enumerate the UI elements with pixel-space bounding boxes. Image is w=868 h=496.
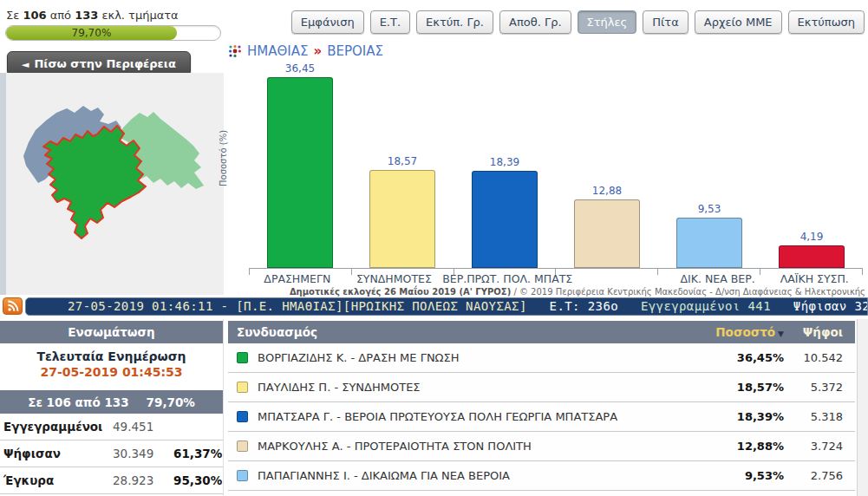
row-percent: 18,57% [687,381,784,394]
progress-total-count: 133 [75,9,98,22]
ticker-location-segment: 27-05-2019 01:46:11 - [Π.Ε. ΗΜΑΘΙΑΣ][ΗΡΩ… [68,299,527,313]
precincts-progress-label: Σε 106 από 133 εκλ. τμήματα [6,9,179,22]
toolbar: Εμφάνιση Ε.Τ. Εκτύπ. Γρ. Αποθ. Γρ. Στήλε… [291,10,865,34]
candidate-name: ΠΑΠΑΓΙΑΝΝΗΣ Ι. - ΔΙΚΑΙΩΜΑ ΓΙΑ ΝΕΑ ΒΕΡΟΙΑ [258,469,510,482]
column-header-votes[interactable]: Ψήφοι [784,325,855,339]
x-axis-label: ΔΡΑΣΗΜΕΓΝ [249,272,346,285]
et-button[interactable]: Ε.Τ. [370,10,410,34]
bar-value-label: 18,39 [490,156,519,168]
progress-completed-count: 106 [23,9,46,22]
chart-footnote-election: Δημοτικές εκλογές 26 Μαΐου 2019 (Α' ΓΥΡΟ… [290,287,511,297]
results-table-header: Συνδυασμός Ποσοστό▼ Ψήφοι [228,321,855,343]
bar-slot: 18,57 [351,62,454,268]
bar-value-label: 18,57 [388,155,417,167]
table-row[interactable]: ΠΑΠΑΓΙΑΝΝΗΣ Ι. - ΔΙΚΑΙΩΜΑ ΓΙΑ ΝΕΑ ΒΕΡΟΙΑ… [228,461,855,491]
candidate-name: ΒΟΡΓΙΑΖΙΔΗΣ Κ. - ΔΡΑΣΗ ΜΕ ΓΝΩΣΗ [258,351,460,364]
ticker-et-segment: Ε.Τ: 236ο [550,299,618,313]
last-update-label: Τελευταία Ενημέρωση [0,349,223,363]
table-row[interactable]: ΜΕΛΙΟΠΟΥΛΟΣ Β. - ΛΑΪΚΗ ΣΥΣΠΕΙΡΩΣΗ ΒΕΡΟΙΑ… [228,491,855,496]
municipality-map [6,73,224,295]
progress-bar: 79,70% [5,25,221,41]
completed-precincts-percent: 79,70% [147,395,195,409]
bar-proteraiotita-ston-politi[interactable] [574,199,640,268]
stat-label: Έγκυρα [3,473,113,487]
stat-percent: 61,37% [173,447,222,460]
ticker-voted-segment: Ψήφισαν 32 [793,299,868,313]
map-region-selected-veroia[interactable] [43,126,146,238]
x-axis-label: ΣΥΝΔΗΜΟΤΕΣ [346,272,443,285]
bar-laiki-syspeirosi[interactable] [779,245,845,268]
bar-slot: 9,53 [658,62,760,268]
progress-prefix: Σε [6,9,19,22]
bar-slot: 18,39 [454,62,556,268]
row-percent: 18,39% [687,410,784,423]
bar-slot: 4,19 [760,62,863,268]
row-votes: 5.372 [784,381,855,394]
print-button[interactable]: Εκτύπωση [788,10,865,34]
election-results-page: Σε 106 από 133 εκλ. τμήματα 79,70% Εμφάν… [0,0,868,496]
stat-row-voted: Ψήφισαν 30.349 61,37% [0,441,223,467]
completed-precincts-label: Σε 106 από 133 [28,395,128,409]
stat-value: 30.349 [113,447,173,460]
party-color-swatch [237,411,248,422]
breadcrumb-region[interactable]: ΗΜΑΘΙΑΣ [247,43,308,59]
candidate-name: ΜΠΑΤΣΑΡΑ Γ. - ΒΕΡΟΙΑ ΠΡΩΤΕΥΟΥΣΑ ΠΟΛΗ ΓΕΩ… [258,410,617,423]
row-votes: 2.756 [784,469,855,482]
breadcrumb-municipality: ΒΕΡΟΙΑΣ [327,43,383,59]
bar-syndimotes[interactable] [369,170,435,268]
table-scrollbar-track[interactable] [857,319,868,496]
print-chart-button[interactable]: Εκτύπ. Γρ. [416,10,493,34]
y-axis-label: Ποσοστό (%) [219,130,228,186]
map-svg [6,73,224,295]
bar-slot: 12,88 [556,62,658,268]
party-color-swatch [237,382,248,393]
column-header-combination[interactable]: Συνδυασμός [237,325,687,339]
stat-row-registered: Εγγεγραμμένοι 49.451 [0,414,223,441]
row-percent: 9,53% [687,469,784,482]
progress-fill: 79,70% [6,26,177,40]
stat-label: Ψήφισαν [3,447,113,460]
row-percent: 12,88% [687,440,784,453]
x-axis-label: ΒΕΡ.ΠΡΩΤ. ΠΟΛ. ΜΠΑΤΣ [442,272,572,285]
breadcrumb-separator: » [313,43,322,59]
media-archive-button[interactable]: Αρχείο ΜΜΕ [695,10,782,34]
stat-percent: 95,30% [173,473,222,487]
bar-value-label: 12,88 [592,185,622,197]
stat-value: 28.923 [113,473,173,487]
candidate-name: ΠΑΥΛΙΔΗΣ Π. - ΣΥΝΔΗΜΟΤΕΣ [258,381,421,394]
stat-row-valid: Έγκυρα 28.923 95,30% [0,467,223,494]
party-color-swatch [237,470,248,481]
column-header-percent[interactable]: Ποσοστό▼ [687,325,784,339]
columns-view-button[interactable]: Στήλες [578,10,637,34]
row-votes: 5.318 [784,410,855,423]
row-votes: 10.542 [784,351,855,364]
last-update-block: Τελευταία Ενημέρωση 27-05-2019 01:45:53 [0,343,223,390]
row-votes: 3.724 [784,440,855,453]
table-row[interactable]: ΒΟΡΓΙΑΖΙΔΗΣ Κ. - ΔΡΑΣΗ ΜΕ ΓΝΩΣΗ 36,45% 1… [228,343,855,373]
dots-logo-icon [228,44,242,58]
results-table: Συνδυασμός Ποσοστό▼ Ψήφοι ΒΟΡΓΙΑΖΙΔΗΣ Κ.… [228,319,855,496]
bar-drasi-me-gnosi[interactable] [267,77,333,268]
back-arrow-icon: ◄ [22,59,29,70]
party-color-swatch [237,441,248,452]
bar-veroia-protevousa[interactable] [472,171,538,268]
save-chart-button[interactable]: Αποθ. Γρ. [499,10,571,34]
table-row[interactable]: ΜΑΡΚΟΥΛΗΣ Α. - ΠΡΟΤΕΡΑΙΟΤΗΤΑ ΣΤΟΝ ΠΟΛΙΤΗ… [228,432,855,461]
table-row[interactable]: ΠΑΥΛΙΔΗΣ Π. - ΣΥΝΔΗΜΟΤΕΣ 18,57% 5.372 [228,373,855,402]
pie-view-button[interactable]: Πίτα [643,10,689,34]
sort-descending-icon: ▼ [778,330,784,338]
bar-dikaioma-gia-nea-veroia[interactable] [676,218,742,268]
bar-value-label: 36,45 [285,62,315,75]
party-color-swatch [237,352,248,363]
progress-of-word: από [50,9,71,22]
integration-panel: Ενσωμάτωση Τελευταία Ενημέρωση 27-05-201… [0,319,224,496]
back-button-label: Πίσω στην Περιφέρεια [34,57,175,70]
row-percent: 36,45% [687,351,784,364]
bar-chart-plot: 36,45 18,57 18,39 12,88 9,53 4,19 [249,62,863,269]
bar-value-label: 9,53 [698,203,721,215]
last-update-timestamp: 27-05-2019 01:45:53 [0,365,223,379]
map-left-strip [0,73,6,295]
rss-icon[interactable] [3,297,23,315]
table-row[interactable]: ΜΠΑΤΣΑΡΑ Γ. - ΒΕΡΟΙΑ ΠΡΩΤΕΥΟΥΣΑ ΠΟΛΗ ΓΕΩ… [228,402,855,432]
show-button[interactable]: Εμφάνιση [291,10,364,34]
